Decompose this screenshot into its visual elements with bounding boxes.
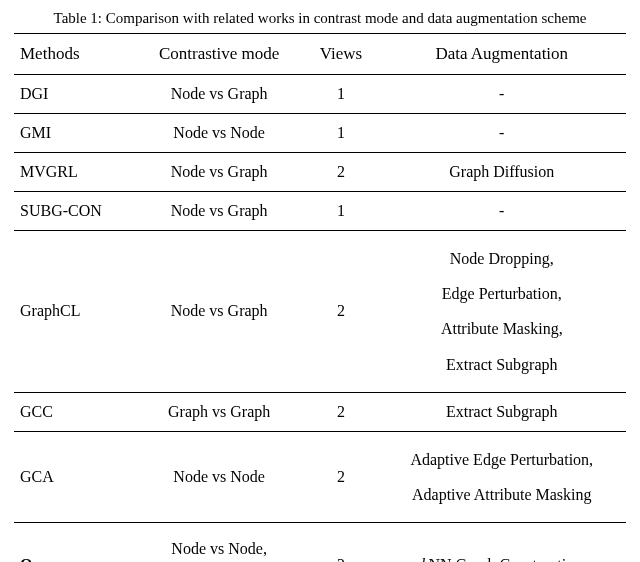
cell-views: 2: [304, 523, 377, 562]
cell-mode: Node vs Node: [134, 114, 305, 153]
aug-line: Adaptive Edge Perturbation,: [410, 451, 593, 468]
cell-mode: Node vs Graph: [134, 192, 305, 231]
table-caption: Table 1: Comparison with related works i…: [14, 10, 626, 27]
header-methods: Methods: [14, 34, 134, 75]
cell-aug: kNN Graph Construction: [378, 523, 626, 562]
cell-aug: Extract Subgraph: [378, 392, 626, 431]
cell-method: MVGRL: [14, 153, 134, 192]
aug-line: Extract Subgraph: [446, 356, 558, 373]
cell-mode: Node vs Graph: [134, 75, 305, 114]
cell-method: Ours: [14, 523, 134, 562]
cell-aug: Node Dropping, Edge Perturbation, Attrib…: [378, 231, 626, 393]
cell-aug: -: [378, 114, 626, 153]
cell-method: GraphCL: [14, 231, 134, 393]
table-header-row: Methods Contrastive mode Views Data Augm…: [14, 34, 626, 75]
cell-mode: Node vs Node: [134, 431, 305, 522]
aug-line: Node Dropping,: [450, 250, 554, 267]
table-row: GraphCL Node vs Graph 2 Node Dropping, E…: [14, 231, 626, 393]
table-row: GMI Node vs Node 1 -: [14, 114, 626, 153]
cell-method: DGI: [14, 75, 134, 114]
table-row: MVGRL Node vs Graph 2 Graph Diffusion: [14, 153, 626, 192]
cell-aug: Graph Diffusion: [378, 153, 626, 192]
table-row: GCC Graph vs Graph 2 Extract Subgraph: [14, 392, 626, 431]
aug-line: Edge Perturbation,: [442, 285, 562, 302]
cell-mode: Node vs Node, Graph vs Graph: [134, 523, 305, 562]
cell-method: GMI: [14, 114, 134, 153]
cell-mode: Node vs Graph: [134, 231, 305, 393]
cell-views: 2: [304, 431, 377, 522]
cell-views: 2: [304, 153, 377, 192]
cell-views: 1: [304, 114, 377, 153]
cell-views: 2: [304, 392, 377, 431]
cell-method: GCC: [14, 392, 134, 431]
mode-line: Node vs Node,: [171, 540, 267, 557]
cell-views: 1: [304, 192, 377, 231]
table-row: Ours Node vs Node, Graph vs Graph 2 kNN …: [14, 523, 626, 562]
table-row: SUBG-CON Node vs Graph 1 -: [14, 192, 626, 231]
cell-views: 1: [304, 75, 377, 114]
cell-mode: Graph vs Graph: [134, 392, 305, 431]
header-views: Views: [304, 34, 377, 75]
cell-aug: Adaptive Edge Perturbation, Adaptive Att…: [378, 431, 626, 522]
aug-rest: NN Graph Construction: [428, 556, 582, 562]
cell-views: 2: [304, 231, 377, 393]
cell-mode: Node vs Graph: [134, 153, 305, 192]
aug-line: Attribute Masking,: [441, 320, 563, 337]
aug-line: Adaptive Attribute Masking: [412, 486, 592, 503]
cell-aug: -: [378, 192, 626, 231]
table-row: GCA Node vs Node 2 Adaptive Edge Perturb…: [14, 431, 626, 522]
cell-method: SUBG-CON: [14, 192, 134, 231]
comparison-table: Methods Contrastive mode Views Data Augm…: [14, 33, 626, 562]
cell-method: GCA: [14, 431, 134, 522]
cell-aug: -: [378, 75, 626, 114]
header-mode: Contrastive mode: [134, 34, 305, 75]
table-row: DGI Node vs Graph 1 -: [14, 75, 626, 114]
header-aug: Data Augmentation: [378, 34, 626, 75]
